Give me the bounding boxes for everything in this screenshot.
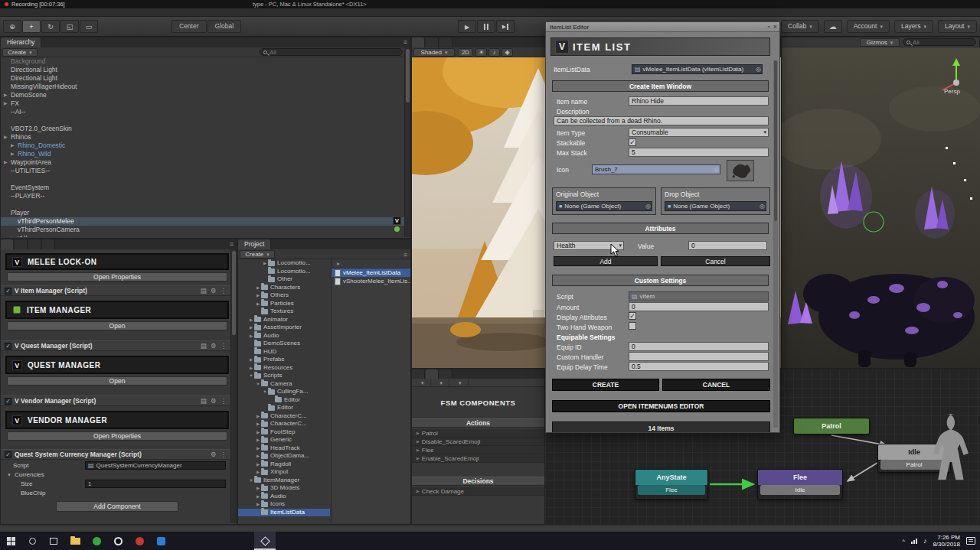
project-folder-item[interactable]: ▶ObjectDama... [238, 452, 330, 461]
project-folder-item[interactable]: ▶AssetImporter [238, 324, 330, 332]
layers-button[interactable]: Layers [894, 20, 933, 33]
equip-id-input[interactable] [629, 342, 769, 351]
rotate-tool-icon[interactable] [41, 20, 60, 33]
fsm-menu-item[interactable] [449, 379, 469, 386]
project-folder-item[interactable]: ▼CullingFa... [238, 388, 330, 396]
move-tool-icon[interactable] [22, 20, 41, 33]
foldout-icon[interactable]: ▶ [248, 332, 254, 340]
foldout-icon[interactable]: ▼ [248, 477, 254, 485]
inspector-tab[interactable] [28, 239, 41, 249]
original-object-field[interactable]: None (Game Object) [556, 201, 652, 211]
more-icon[interactable] [220, 287, 227, 295]
hierarchy-item[interactable]: Directional Light [1, 66, 404, 74]
red-app-button[interactable] [129, 532, 150, 550]
project-folder-item[interactable]: ▼ItemManager [238, 477, 330, 485]
unity-taskbar-button[interactable] [254, 532, 276, 550]
inspector-tab[interactable] [42, 239, 55, 249]
component-enabled-checkbox[interactable] [5, 288, 11, 295]
gizmos-dropdown[interactable]: Gizmos [860, 38, 900, 47]
file-explorer-button[interactable] [64, 532, 86, 550]
tab-project[interactable]: Project [238, 239, 271, 249]
foldout-icon[interactable]: ▶ [255, 291, 261, 300]
item-type-dropdown[interactable]: Consumable [629, 128, 769, 137]
foldout-icon[interactable]: ▶ [4, 158, 11, 167]
space-toggle[interactable]: Global [207, 20, 242, 33]
foldout-icon[interactable]: ▶ [255, 284, 261, 292]
hierarchy-item[interactable]: --UTILITIES-- [1, 167, 404, 175]
max-stack-input[interactable] [629, 148, 769, 157]
amount-input[interactable] [629, 302, 769, 311]
action-item[interactable]: Flee [412, 446, 544, 454]
project-folder-item[interactable]: ▶Prefabs [238, 356, 330, 364]
hierarchy-item[interactable]: ▶WaypointArea [1, 158, 404, 167]
project-folder-item[interactable]: ▼Scripts [238, 372, 330, 380]
project-folder-item[interactable]: ▶CharacterC... [238, 412, 330, 421]
code-editor-button[interactable] [150, 532, 172, 550]
network-icon[interactable] [911, 539, 917, 544]
foldout-icon[interactable]: ▶ [262, 259, 268, 268]
itemlistdata-field[interactable]: vMelee_ItemListData (vItemListData) [632, 64, 763, 74]
foldout-icon[interactable]: ▶ [11, 142, 18, 150]
item-name-input[interactable] [629, 96, 769, 106]
hierarchy-item[interactable] [1, 175, 404, 184]
right-view-search[interactable] [903, 38, 976, 46]
foldout-icon[interactable]: ▶ [248, 316, 254, 324]
inspector-scrollbar[interactable] [230, 249, 237, 523]
right-view-search-input[interactable] [913, 39, 972, 46]
item-manager-header[interactable]: V Item Manager (Script) [1, 285, 230, 296]
foldout-icon[interactable]: ▶ [255, 436, 261, 444]
start-button[interactable] [0, 532, 21, 550]
audio-toggle-icon[interactable]: ♪ [488, 48, 500, 57]
project-folder-item[interactable]: Editor [238, 396, 330, 405]
docs-icon[interactable] [201, 397, 207, 405]
open-button[interactable]: Open [7, 376, 227, 386]
vendor-manager-header[interactable]: V Vendor Manager (Script) [1, 395, 230, 406]
open-properties-button[interactable]: Open Properties [7, 272, 227, 282]
foldout-icon[interactable] [416, 487, 420, 496]
hierarchy-search[interactable] [260, 48, 403, 56]
gear-icon[interactable] [211, 451, 217, 458]
drop-object-field[interactable]: None (Game Object) [665, 201, 766, 211]
project-folder-item[interactable]: ▶Animator [238, 316, 330, 324]
project-folder-item[interactable]: ▶Icons [238, 500, 330, 509]
hierarchy-search-input[interactable] [270, 49, 399, 56]
project-folder-item[interactable]: Locomotio... [238, 268, 330, 276]
project-folder-item[interactable]: ▶Others [238, 291, 330, 300]
scene-tab[interactable] [412, 37, 425, 47]
open-button[interactable]: Open [7, 321, 227, 330]
two-hand-weapon-checkbox[interactable] [629, 322, 636, 330]
rect-tool-icon[interactable] [80, 20, 98, 33]
hierarchy-item[interactable]: --PLAYER-- [1, 192, 404, 200]
play-button[interactable] [458, 20, 476, 33]
hierarchy-item[interactable]: vThirdPersonMelee [1, 217, 404, 226]
currency-manager-header[interactable]: Quest System Currency Manager (Script) [1, 449, 230, 460]
foldout-icon[interactable]: ▶ [248, 364, 254, 373]
project-folder-item[interactable]: ▶Generic [238, 436, 330, 444]
foldout-icon[interactable]: ▶ [255, 461, 261, 469]
stackable-checkbox[interactable] [629, 138, 636, 146]
lighting-toggle-icon[interactable]: ☀ [475, 48, 487, 57]
object-picker-icon[interactable] [760, 202, 765, 210]
actions-section-header[interactable]: Actions [412, 418, 544, 428]
object-picker-icon[interactable] [645, 202, 651, 210]
scale-tool-icon[interactable] [60, 20, 79, 33]
green-app-button[interactable] [86, 532, 107, 550]
project-folder-item[interactable]: Textures [238, 308, 330, 316]
action-item[interactable]: Enable_ScaredEmoji [412, 454, 544, 463]
project-folder-item[interactable]: ▶Characters [238, 284, 330, 292]
project-file-item[interactable]: vMelee_ItemListData [332, 268, 410, 277]
scene-tab[interactable] [426, 37, 439, 47]
foldout-icon[interactable]: ▶ [255, 412, 261, 421]
project-folder-item[interactable]: DemoScenes [238, 340, 330, 348]
hierarchy-item[interactable]: --AI-- [1, 108, 404, 116]
foldout-icon[interactable]: ▶ [255, 500, 261, 509]
open-properties-button[interactable]: Open Properties [7, 431, 227, 441]
2d-toggle[interactable]: 2D [458, 48, 473, 57]
foldout-icon[interactable]: ▶ [11, 150, 18, 158]
inspector-tab[interactable] [1, 239, 14, 249]
add-attribute-button[interactable]: Add [554, 256, 658, 266]
hierarchy-item[interactable]: ▶DemoScene [1, 91, 404, 99]
project-folder-item[interactable]: ▼Camera [238, 380, 330, 389]
foldout-icon[interactable]: ▶ [4, 91, 11, 99]
step-button[interactable] [496, 20, 514, 33]
